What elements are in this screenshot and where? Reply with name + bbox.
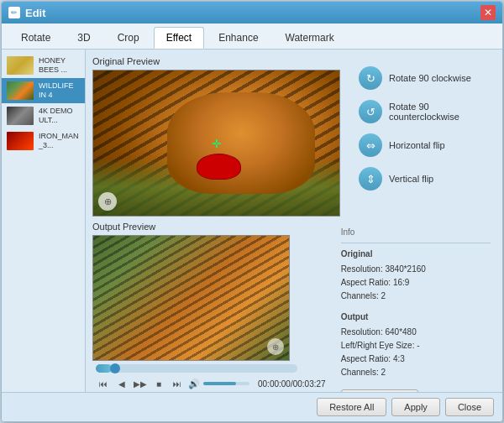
tab-enhance[interactable]: Enhance [206,27,270,49]
edit-window: ✏ Edit ✕ Rotate 3D Crop Effect Enhance W… [1,1,503,422]
tab-effect[interactable]: Effect [154,27,204,49]
play-button[interactable]: ▶▶ [133,376,148,391]
step-back-button[interactable]: ◀ [114,376,129,391]
rotate-ccw-icon: ↺ [359,100,382,123]
thumbnail-honey-bees [7,56,34,75]
hflip-button[interactable]: ⇔ Horizontal flip [355,132,489,159]
sidebar-label-wildlife: WILDLIFE IN 4 [39,81,80,100]
vflip-label: Vertical flip [389,174,433,184]
output-tiger-stripes [93,236,289,360]
sidebar: HONEY BEES ... WILDLIFE IN 4 4K DEMO ULT… [2,50,86,392]
info-original-header: Original [341,247,491,261]
info-title: Info [341,225,491,239]
skip-back-button[interactable]: ⏮ [96,376,111,391]
tiger-face [167,92,315,194]
output-preview-column: Output Preview ⊕ ⏮ [92,222,329,392]
bottom-bar: Restore All Apply Close [2,392,502,421]
info-output-aspect: Aspect Ratio: 4:3 [341,352,491,366]
player-section: ⏮ ◀ ▶▶ ■ ⏭ 🔊 00:00:00/00:03:27 [92,364,329,391]
thumbnail-iron-man [7,132,34,150]
info-panel: Info Original Resolution: 3840*2160 Aspe… [336,222,496,392]
window-close-button[interactable]: ✕ [480,5,496,20]
volume-slider[interactable] [203,382,249,385]
sidebar-label-4k: 4K DEMO ULT... [39,107,80,125]
info-original-aspect: Aspect Ratio: 16:9 [341,276,491,290]
sidebar-item-4k-demo[interactable]: 4K DEMO ULT... [2,103,85,128]
progress-thumb[interactable] [110,363,120,373]
sidebar-label-honey-bees: HONEY BEES ... [39,56,80,75]
tab-3d[interactable]: 3D [65,27,102,49]
info-original-channels: Channels: 2 [341,290,491,303]
rotate-cw-icon: ↻ [359,66,382,90]
sidebar-label-iron-man: IRON_MAN_3... [39,132,80,150]
info-original-resolution: Resolution: 3840*2160 [341,263,491,276]
rotate-cw-label: Rotate 90 clockwise [389,73,471,83]
output-preview-label: Output Preview [92,222,329,232]
hflip-label: Horizontal flip [389,140,445,150]
info-output-group: Output Resolution: 640*480 Left/Right Ey… [341,310,491,379]
volume-icon: 🔊 [188,379,200,389]
title-bar: ✏ Edit ✕ [2,2,502,24]
edit-area: Original Preview ✛ ⊕ [86,50,502,392]
crosshair-icon: ✛ [212,137,222,150]
player-controls: ⏮ ◀ ▶▶ ■ ⏭ 🔊 00:00:00/00:03:27 [96,376,326,391]
time-display: 00:00:00/00:03:27 [258,379,326,389]
window-icon: ✏ [8,7,20,18]
sidebar-item-wildlife[interactable]: WILDLIFE IN 4 [2,78,85,103]
thumbnail-wildlife [7,81,34,100]
rotate-ccw-label: Rotate 90 counterclockwise [389,102,486,122]
original-preview-column: Original Preview ✛ ⊕ [92,56,342,217]
output-row: Output Preview ⊕ ⏮ [92,222,496,392]
info-output-resolution: Resolution: 640*480 [341,326,491,339]
info-output-eye-size: Left/Right Eye Size: - [341,339,491,352]
stop-button[interactable]: ■ [151,376,166,391]
tab-crop[interactable]: Crop [105,27,152,49]
apply-button[interactable]: Apply [391,398,440,416]
sidebar-item-iron-man[interactable]: IRON_MAN_3... [2,128,85,154]
restore-all-button[interactable]: Restore All [317,398,386,416]
rotate-cw-button[interactable]: ↻ Rotate 90 clockwise [355,65,489,91]
tabs-bar: Rotate 3D Crop Effect Enhance Watermark [2,24,502,50]
tab-rotate[interactable]: Rotate [8,27,63,49]
vflip-button[interactable]: ⇕ Vertical flip [355,165,489,192]
main-content: HONEY BEES ... WILDLIFE IN 4 4K DEMO ULT… [2,50,502,392]
output-video-frame [93,236,289,360]
output-zoom-icon: ⊕ [267,338,284,355]
progress-bar[interactable] [96,364,297,373]
volume-fill [203,382,236,385]
original-preview-label: Original Preview [92,56,342,66]
output-preview-box: ⊕ [92,235,290,361]
close-button[interactable]: Close [445,398,494,416]
info-output-header: Output [341,310,491,324]
info-original-group: Original Resolution: 3840*2160 Aspect Ra… [341,247,491,303]
tiger-mouth [197,154,241,180]
sidebar-item-honey-bees[interactable]: HONEY BEES ... [2,53,85,78]
tab-watermark[interactable]: Watermark [273,27,347,49]
info-separator-1 [341,243,491,243]
preview-zoom-icon: ⊕ [98,192,117,211]
original-preview-box: ✛ ⊕ [92,70,340,217]
rotate-actions-panel: ↻ Rotate 90 clockwise ↺ Rotate 90 counte… [349,56,496,217]
skip-forward-button[interactable]: ⏭ [170,376,185,391]
preview-section: Original Preview ✛ ⊕ [92,56,496,217]
info-output-channels: Channels: 2 [341,366,491,379]
hflip-icon: ⇔ [359,133,382,157]
vflip-icon: ⇕ [359,167,382,191]
window-title: Edit [25,7,46,19]
rotate-ccw-button[interactable]: ↺ Rotate 90 counterclockwise [355,98,489,125]
thumbnail-4k [7,107,34,125]
